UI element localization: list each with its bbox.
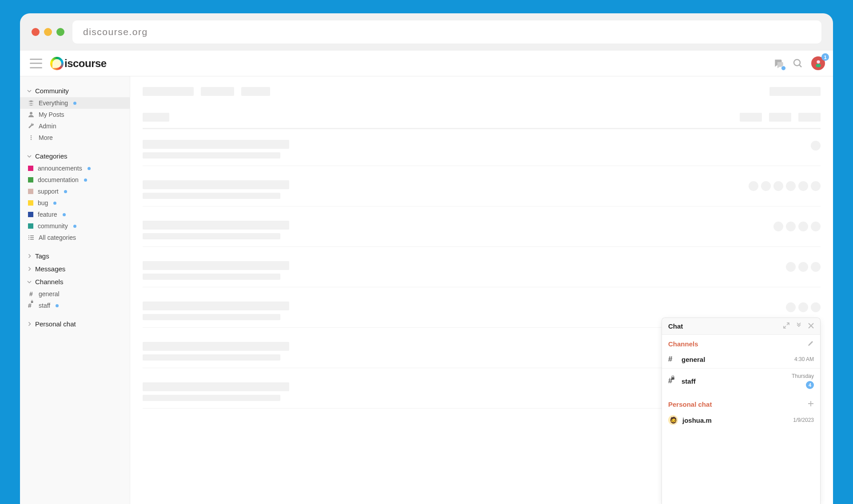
- svg-point-7: [31, 139, 32, 140]
- traffic-light-minimize[interactable]: [44, 28, 52, 36]
- chevron-right-icon: [26, 267, 33, 271]
- chat-channel-staff[interactable]: # staff Thursday4: [662, 369, 820, 393]
- ellipsis-vertical-icon: [28, 135, 34, 141]
- traffic-light-maximize[interactable]: [56, 28, 64, 36]
- avatar-placeholder: [786, 181, 796, 191]
- collapse-icon[interactable]: [796, 322, 802, 330]
- svg-rect-15: [672, 377, 675, 380]
- hash-icon: #: [668, 355, 677, 364]
- sidebar-category-announcements[interactable]: announcements: [20, 163, 130, 174]
- category-color-swatch: [28, 166, 33, 171]
- topic-skeleton: [143, 261, 821, 287]
- svg-rect-9: [30, 235, 34, 236]
- main-content: Chat Channels: [130, 76, 833, 504]
- stack-icon: [28, 100, 34, 106]
- sidebar: Community Everything My Posts: [20, 76, 130, 504]
- chat-personal-label: Personal chat: [668, 401, 808, 408]
- site-logo[interactable]: iscourse: [50, 57, 107, 70]
- unread-dot-icon: [88, 167, 91, 170]
- category-color-swatch: [28, 177, 33, 183]
- sidebar-item-more[interactable]: More: [20, 132, 130, 143]
- section-header-label: Personal chat: [35, 320, 76, 328]
- chat-channel-time: 4:30 AM: [794, 356, 814, 362]
- logo-text: iscourse: [64, 57, 107, 70]
- user-avatar: 🧔: [668, 415, 678, 425]
- sidebar-item-my-posts[interactable]: My Posts: [20, 109, 130, 120]
- sidebar-item-admin[interactable]: Admin: [20, 120, 130, 132]
- app: iscourse 1: [20, 51, 833, 504]
- traffic-light-close[interactable]: [32, 28, 40, 36]
- sidebar-category-bug[interactable]: bug: [20, 197, 130, 209]
- sidebar-category-documentation[interactable]: documentation: [20, 174, 130, 186]
- category-color-swatch: [28, 212, 33, 217]
- chevron-right-icon: [26, 322, 33, 326]
- unread-dot-icon: [56, 304, 59, 307]
- logo-mark-icon: [50, 57, 64, 70]
- unread-dot-icon: [63, 213, 66, 216]
- edit-channels-icon[interactable]: [808, 340, 814, 348]
- category-color-swatch: [28, 189, 33, 194]
- search-icon[interactable]: [793, 58, 803, 69]
- add-personal-chat-icon[interactable]: [808, 401, 814, 408]
- sidebar-section-personal-chat[interactable]: Personal chat: [20, 317, 130, 330]
- sidebar-channel-general[interactable]: # general: [20, 288, 130, 300]
- sidebar-section-tags[interactable]: Tags: [20, 250, 130, 262]
- sidebar-section-channels[interactable]: Channels: [20, 275, 130, 288]
- unread-dot-icon: [64, 190, 67, 193]
- sidebar-item-label: Everything: [39, 99, 68, 107]
- url-bar[interactable]: discourse.org: [72, 20, 821, 44]
- sidebar-item-label: community: [38, 222, 68, 230]
- avatar-placeholder: [798, 262, 808, 272]
- sidebar-item-all-categories[interactable]: All categories: [20, 232, 130, 243]
- section-header-label: Messages: [35, 265, 65, 273]
- sidebar-item-label: support: [38, 188, 59, 195]
- svg-rect-3: [816, 63, 821, 67]
- sidebar-item-label: bug: [38, 199, 48, 206]
- category-color-swatch: [28, 200, 33, 206]
- sidebar-item-label: announcements: [38, 165, 82, 172]
- chat-personal-name: joshua.m: [682, 417, 793, 424]
- chat-drawer-header: Chat: [662, 318, 820, 335]
- sidebar-category-support[interactable]: support: [20, 186, 130, 197]
- avatar-placeholder: [761, 181, 771, 191]
- svg-point-6: [31, 137, 32, 139]
- chevron-down-icon: [27, 278, 32, 286]
- sidebar-section-community[interactable]: Community: [20, 84, 130, 97]
- category-color-swatch: [28, 223, 33, 229]
- sidebar-section-categories[interactable]: Categories: [20, 150, 130, 163]
- chat-channel-general[interactable]: # general 4:30 AM: [662, 350, 820, 369]
- avatar-placeholder: [811, 181, 821, 191]
- sidebar-category-feature[interactable]: feature: [20, 209, 130, 220]
- hash-icon: #: [668, 377, 677, 385]
- avatar-placeholder: [749, 181, 758, 191]
- chat-drawer-title: Chat: [668, 322, 777, 330]
- avatar-placeholder: [811, 262, 821, 272]
- sidebar-item-everything[interactable]: Everything: [20, 97, 130, 109]
- avatar-placeholder: [773, 222, 783, 231]
- section-header-label: Categories: [35, 152, 68, 160]
- svg-rect-10: [28, 237, 29, 238]
- sidebar-section-messages[interactable]: Messages: [20, 262, 130, 275]
- chat-icon[interactable]: [773, 58, 785, 69]
- close-icon[interactable]: [808, 323, 814, 330]
- chevron-down-icon: [27, 152, 32, 160]
- unread-count-badge: 4: [806, 381, 814, 389]
- svg-line-1: [799, 65, 801, 67]
- chat-personal-joshua.m[interactable]: 🧔 joshua.m 1/9/2023: [662, 411, 820, 429]
- chat-channel-time: Thursday: [792, 373, 814, 379]
- traffic-lights: [32, 28, 64, 36]
- expand-icon[interactable]: [783, 322, 789, 330]
- topic-skeleton: [143, 221, 821, 247]
- topic-skeleton: [143, 140, 821, 166]
- current-user-avatar[interactable]: 1: [811, 56, 825, 70]
- hamburger-menu-button[interactable]: [30, 59, 42, 68]
- user-icon: [28, 111, 34, 118]
- sidebar-channel-staff[interactable]: # staff: [20, 300, 130, 311]
- topbar: iscourse 1: [20, 51, 833, 76]
- unread-dot-icon: [84, 179, 87, 182]
- sidebar-item-label: All categories: [39, 234, 76, 241]
- svg-rect-11: [30, 237, 34, 238]
- svg-point-0: [794, 60, 800, 66]
- svg-rect-12: [28, 239, 29, 240]
- sidebar-category-community[interactable]: community: [20, 220, 130, 232]
